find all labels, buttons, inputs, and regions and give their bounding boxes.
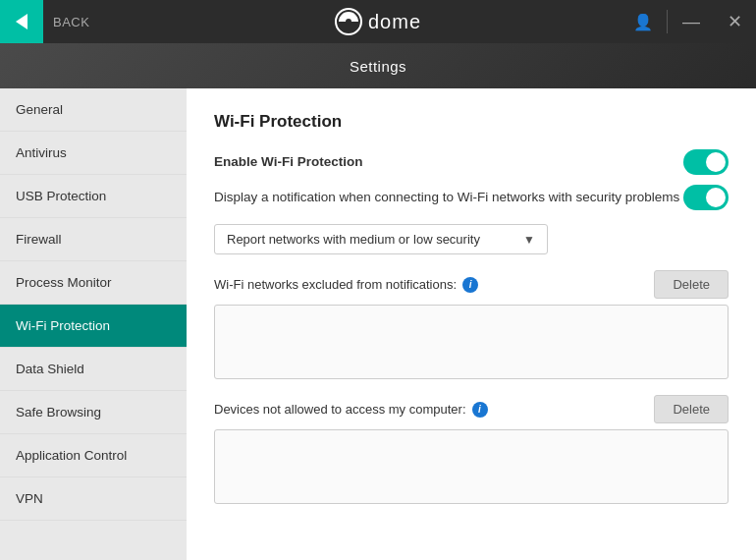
sidebar: General Antivirus USB Protection Firewal… (0, 88, 187, 560)
chevron-down-icon: ▼ (523, 233, 535, 247)
sidebar-item-app-label: Application Control (16, 448, 127, 463)
page-title: Wi-Fi Protection (214, 112, 729, 132)
notify-track (683, 185, 729, 210)
title-bar: BACK dome 👤 — ✕ (0, 0, 756, 43)
blocked-devices-list (214, 429, 729, 504)
settings-header: Settings (0, 43, 756, 88)
window-controls: 👤 — ✕ (621, 0, 756, 43)
excluded-networks-list (214, 305, 729, 379)
close-icon: ✕ (728, 11, 742, 32)
blocked-devices-info-icon: i (472, 402, 488, 418)
notify-label: Display a notification when connecting t… (214, 189, 679, 207)
delete-excluded-button[interactable]: Delete (654, 270, 729, 299)
content-area: Wi-Fi Protection Enable Wi-Fi Protection… (187, 88, 756, 560)
sidebar-item-process-label: Process Monitor (16, 275, 112, 290)
sidebar-item-wifi-label: Wi-Fi Protection (16, 318, 110, 333)
dropdown-row: Report networks with medium or low secur… (214, 224, 729, 254)
sidebar-item-antivirus-label: Antivirus (16, 145, 67, 160)
minimize-icon: — (682, 12, 700, 32)
enable-wifi-track (683, 149, 729, 175)
sidebar-item-process-monitor[interactable]: Process Monitor (0, 261, 187, 305)
back-label: BACK (53, 15, 89, 29)
sidebar-item-vpn[interactable]: VPN (0, 477, 187, 521)
sidebar-item-safe-browsing[interactable]: Safe Browsing (0, 391, 187, 434)
excluded-networks-info-icon: i (462, 277, 478, 293)
sidebar-item-usb-protection[interactable]: USB Protection (0, 175, 187, 218)
logo-text: dome (368, 11, 421, 33)
sidebar-item-antivirus[interactable]: Antivirus (0, 132, 187, 175)
logo: dome (335, 8, 421, 35)
sidebar-item-application-control[interactable]: Application Control (0, 434, 187, 477)
sidebar-item-vpn-label: VPN (16, 491, 43, 506)
user-button[interactable]: 👤 (621, 0, 665, 43)
sidebar-item-safe-label: Safe Browsing (16, 405, 101, 420)
sidebar-item-data-label: Data Shield (16, 362, 84, 376)
svg-point-1 (346, 19, 351, 25)
blocked-devices-header: Devices not allowed to access my compute… (214, 395, 729, 423)
user-icon: 👤 (633, 13, 653, 31)
divider (667, 10, 668, 33)
main-layout: General Antivirus USB Protection Firewal… (0, 88, 756, 560)
excluded-networks-label: Wi-Fi networks excluded from notificatio… (214, 277, 478, 293)
excluded-networks-section: Wi-Fi networks excluded from notificatio… (214, 270, 729, 379)
enable-wifi-label: Enable Wi-Fi Protection (214, 153, 362, 172)
back-arrow-icon (16, 14, 27, 29)
blocked-devices-section: Devices not allowed to access my compute… (214, 395, 729, 504)
close-button[interactable]: ✕ (713, 0, 756, 43)
settings-title: Settings (350, 58, 406, 75)
sidebar-item-usb-label: USB Protection (16, 189, 106, 203)
sidebar-item-firewall-label: Firewall (16, 232, 62, 247)
enable-wifi-toggle[interactable] (683, 149, 729, 175)
enable-wifi-row: Enable Wi-Fi Protection (214, 149, 729, 175)
sidebar-item-data-shield[interactable]: Data Shield (0, 348, 187, 391)
back-button[interactable] (0, 0, 43, 43)
excluded-networks-header: Wi-Fi networks excluded from notificatio… (214, 270, 729, 299)
sidebar-item-wifi-protection[interactable]: Wi-Fi Protection (0, 305, 187, 348)
dropdown-value: Report networks with medium or low secur… (227, 232, 480, 247)
delete-blocked-button[interactable]: Delete (654, 395, 729, 423)
blocked-devices-text: Devices not allowed to access my compute… (214, 402, 466, 417)
dome-logo-icon (335, 8, 362, 35)
notify-toggle[interactable] (683, 185, 729, 210)
sidebar-item-firewall[interactable]: Firewall (0, 218, 187, 261)
blocked-devices-label: Devices not allowed to access my compute… (214, 402, 488, 418)
sidebar-item-general-label: General (16, 102, 63, 117)
notify-row: Display a notification when connecting t… (214, 185, 729, 210)
sidebar-item-general[interactable]: General (0, 88, 187, 132)
minimize-button[interactable]: — (670, 0, 713, 43)
security-level-dropdown[interactable]: Report networks with medium or low secur… (214, 224, 548, 254)
excluded-networks-text: Wi-Fi networks excluded from notificatio… (214, 277, 457, 292)
